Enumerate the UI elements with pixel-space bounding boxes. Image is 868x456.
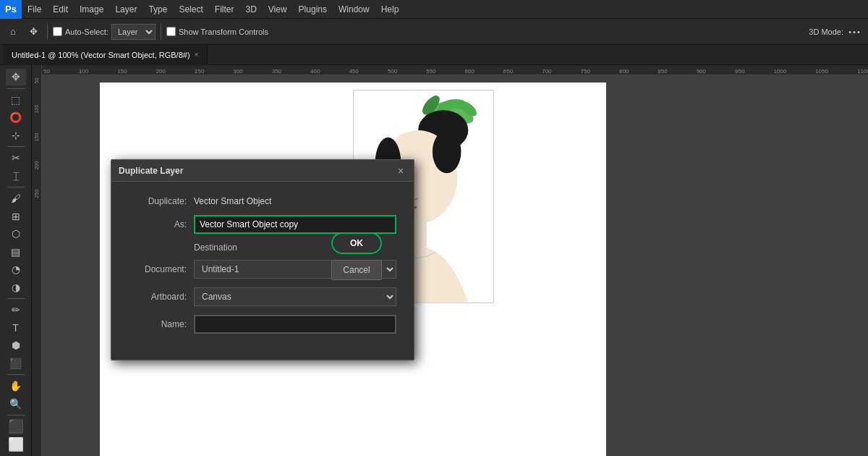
name-row: Name: (129, 315, 396, 334)
toolbox: ✥ ⬚ ⭕ ⊹ ✂ ⌶ 🖌 ⊞ ⬡ ▤ ◔ ◑ ✏ T ⬢ ⬛ ✋ 🔍 ⬛ ⬜ (0, 65, 32, 456)
tool-wand[interactable]: ⊹ (6, 127, 26, 144)
name-input[interactable] (194, 315, 396, 334)
menu-image[interactable]: Image (74, 0, 109, 19)
menu-type[interactable]: Type (142, 0, 173, 19)
menu-filter[interactable]: Filter (209, 0, 240, 19)
duplicate-row: Duplicate: Vector Smart Object (129, 196, 396, 206)
dialog-title: Duplicate Layer (119, 166, 183, 176)
dialog-overlay: Duplicate Layer × Duplicate: Vector Smar… (42, 65, 868, 456)
menubar: Ps File Edit Image Layer Type Select Fil… (0, 0, 868, 19)
ps-logo: Ps (0, 0, 22, 19)
ruler-left: 50 100 150 200 250 (32, 65, 42, 456)
tab-close-button[interactable]: × (195, 51, 199, 59)
main-area: ✥ ⬚ ⭕ ⊹ ✂ ⌶ 🖌 ⊞ ⬡ ▤ ◔ ◑ ✏ T ⬢ ⬛ ✋ 🔍 ⬛ ⬜ … (0, 65, 868, 456)
move-tool-button[interactable]: ✥ (25, 23, 42, 41)
menu-layer[interactable]: Layer (109, 0, 142, 19)
as-row: As: (129, 215, 396, 234)
tool-separator-3 (7, 187, 25, 187)
document-label: Document: (129, 264, 187, 274)
tool-lasso[interactable]: ⭕ (6, 109, 26, 126)
document-tab[interactable]: Untitled-1 @ 100% (Vector Smart Object, … (3, 45, 208, 65)
home-icon-button[interactable]: ⌂ (4, 23, 22, 41)
menu-help[interactable]: Help (375, 0, 405, 19)
tool-foreground-color[interactable]: ⬛ (6, 418, 26, 435)
cancel-button[interactable]: Cancel (331, 260, 382, 280)
tool-separator-2 (7, 146, 25, 147)
tool-zoom[interactable]: 🔍 (6, 396, 26, 413)
ok-button[interactable]: OK (331, 232, 382, 254)
tool-path[interactable]: ⬢ (6, 337, 26, 354)
tool-hand[interactable]: ✋ (6, 378, 26, 394)
dialog-buttons: OK Cancel (331, 232, 382, 280)
toolbar-separator-1 (47, 24, 48, 40)
tool-dodge[interactable]: ◑ (6, 279, 26, 296)
tool-separator-5 (7, 374, 25, 375)
tool-brush[interactable]: 🖌 (6, 190, 26, 207)
duplicate-label: Duplicate: (129, 196, 187, 206)
transform-checkbox[interactable] (166, 27, 176, 36)
dialog-close-button[interactable]: × (395, 165, 407, 177)
artboard-label: Artboard: (129, 292, 187, 302)
tool-crop[interactable]: ✂ (6, 150, 26, 166)
tool-gradient[interactable]: ▤ (6, 244, 26, 261)
tool-marquee[interactable]: ⬚ (6, 91, 26, 108)
duplicate-layer-dialog: Duplicate Layer × Duplicate: Vector Smar… (111, 159, 414, 360)
auto-select-checkbox[interactable] (53, 27, 62, 36)
tool-eyedropper[interactable]: ⌶ (6, 167, 26, 184)
menu-edit[interactable]: Edit (47, 0, 74, 19)
auto-select-label: Auto-Select: (65, 28, 109, 36)
tool-separator-1 (7, 88, 25, 89)
menu-file[interactable]: File (22, 0, 47, 19)
menu-window[interactable]: Window (333, 0, 375, 19)
tool-blur[interactable]: ◔ (6, 261, 26, 278)
3d-mode-label: 3D Mode: (809, 28, 843, 36)
more-options-button[interactable]: ••• (846, 23, 864, 41)
menu-view[interactable]: View (263, 0, 293, 19)
dialog-titlebar: Duplicate Layer × (111, 160, 414, 182)
menu-3d[interactable]: 3D (239, 0, 262, 19)
tool-shape[interactable]: ⬛ (6, 355, 26, 372)
tool-background-color[interactable]: ⬜ (6, 436, 26, 453)
menu-select[interactable]: Select (173, 0, 208, 19)
tab-title: Untitled-1 @ 100% (Vector Smart Object, … (12, 51, 190, 59)
artboard-select[interactable]: Canvas (194, 287, 396, 306)
tool-type[interactable]: T (6, 320, 26, 337)
tool-move[interactable]: ✥ (6, 69, 26, 85)
layer-name-input[interactable] (194, 215, 396, 234)
toolbar: ⌂ ✥ Auto-Select: Layer Group Show Transf… (0, 19, 868, 45)
menu-items: File Edit Image Layer Type Select Filter… (22, 0, 404, 19)
dialog-body: Duplicate: Vector Smart Object As: Desti… (111, 182, 414, 360)
transform-label: Show Transform Controls (179, 28, 268, 36)
name-label: Name: (129, 319, 187, 329)
tool-pen[interactable]: ✏ (6, 302, 26, 318)
toolbar-separator-2 (161, 24, 161, 40)
tool-eraser[interactable]: ⬡ (6, 226, 26, 242)
dialog-form: Duplicate: Vector Smart Object As: Desti… (129, 196, 396, 334)
duplicate-source-value: Vector Smart Object (194, 196, 271, 206)
canvas-area: 50 100 150 200 250 300 350 400 450 500 5… (42, 65, 868, 456)
menu-plugins[interactable]: Plugins (293, 0, 333, 19)
tabbar: Untitled-1 @ 100% (Vector Smart Object, … (0, 45, 868, 65)
as-label: As: (129, 219, 187, 229)
layer-select[interactable]: Layer Group (111, 24, 156, 40)
tool-separator-4 (7, 298, 25, 299)
tool-clone[interactable]: ⊞ (6, 208, 26, 224)
tool-separator-6 (7, 415, 25, 415)
artboard-row: Artboard: Canvas (129, 287, 396, 306)
